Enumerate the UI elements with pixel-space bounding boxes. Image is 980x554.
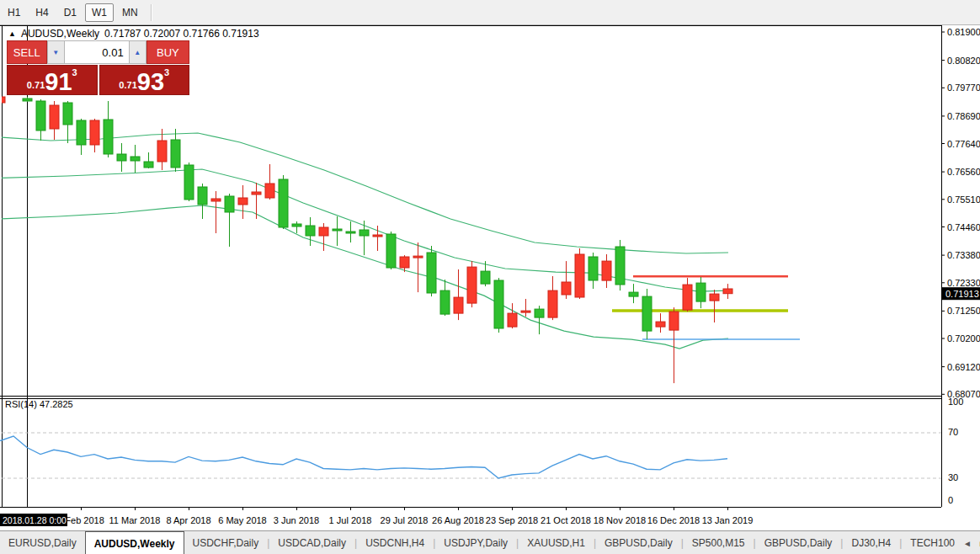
date-axis-label: 13 Jan 2019 [702,515,754,525]
chart-tab-sp500-m15[interactable]: SP500,M15 [684,531,754,554]
price-axis-label: 0.77640 [947,139,980,149]
chart-tab-dj30-h4[interactable]: DJ30,H4 [843,531,899,554]
date-axis-label: 11 Mar 2018 [109,515,161,525]
candle-down [252,183,261,219]
sell-quote-box[interactable]: 0.71 91 3 [7,65,98,95]
sell-button[interactable]: SELL [7,40,47,64]
date-axis-label: 6 May 2018 [218,515,266,525]
current-price-tag: 0.71913 [942,287,980,300]
buy-quote-box[interactable]: 0.71 93 3 [99,65,190,95]
price-axis-label: 0.80820 [947,56,980,66]
candle-down [265,164,274,200]
sell-price-pipette: 3 [72,67,77,77]
candle-down [319,223,328,251]
candle-up [535,306,544,334]
candle-down [0,97,5,103]
candle-up [130,145,140,173]
price-axis-label: 0.72330 [947,278,980,288]
rsi-line [0,436,727,478]
sell-price-prefix: 0.71 [27,80,45,90]
main-price-panel[interactable] [0,97,800,383]
candle-up [642,289,652,339]
candle-up [360,221,369,255]
candle-up [198,184,207,219]
price-axis-label: 0.76560 [947,167,980,177]
chart-title-row: ▲ AUDUSD,Weekly 0.71787 0.72007 0.71766 … [8,28,259,40]
date-axis-label: 26 Aug 2018 [432,515,484,525]
price-axis-label: 0.79770 [947,83,980,93]
candle-up [494,278,503,333]
chart-tab-tech100[interactable]: TECH100 [902,531,963,554]
chart-tab-bar: EURUSD,DailyAUDUSD,WeeklyUSDCHF,Daily|US… [0,530,980,554]
chart-tab-gbpusd-daily[interactable]: GBPUSD,Daily [596,531,681,554]
candle-up [629,284,638,303]
candle-down [90,119,99,152]
candle-up [104,101,113,157]
timeframe-button-h4[interactable]: H4 [29,3,55,22]
candle-down [548,276,557,320]
candle-up [589,253,598,289]
buy-button[interactable]: BUY [146,40,189,64]
candle-up [306,217,315,246]
candle-down [508,303,517,328]
candle-down [238,185,248,219]
chart-tab-usdcnh-h4[interactable]: USDCNH,H4 [357,531,433,554]
date-axis-label: 29 Jul 2018 [381,515,429,525]
toolbar-separator [151,4,152,21]
candle-up [615,240,625,290]
candle-up [440,280,450,316]
chart-symbol-title: AUDUSD,Weekly [21,28,99,40]
timeframe-button-mn[interactable]: MN [115,3,145,22]
chart-tab-xauusd-h1[interactable]: XAUUSD,H1 [519,531,594,554]
price-axis-label: 0.75510 [947,194,980,205]
candle-up [63,101,72,143]
price-axis-label: 0.68070 [947,389,980,399]
buy-price-big: 93 [137,71,164,93]
candle-up [144,152,153,168]
candle-up [386,232,396,269]
chart-tab-usdjpy-daily[interactable]: USDJPY,Daily [435,531,516,554]
rsi-axis-label: 70 [948,427,958,437]
candle-up [171,129,180,172]
chart-tab-usdchf-daily[interactable]: USDCHF,Daily [184,531,268,554]
lot-decrease-icon[interactable]: ▼ [47,40,65,64]
candle-up [23,97,32,102]
candle-down [521,299,530,317]
candle-down [157,129,167,170]
timeframe-toolbar: H1H4D1W1MN [0,0,980,25]
buy-price-pipette: 3 [164,67,169,77]
timeframe-button-h1[interactable]: H1 [1,3,27,22]
chart-tab-eurusd-daily[interactable]: EURUSD,Daily [0,531,85,554]
collapse-marker-icon[interactable]: ▲ [8,29,16,38]
buy-price-prefix: 0.71 [119,80,136,90]
date-axis-label: 3 Jun 2018 [274,515,319,525]
date-axis-label: 21 Oct 2018 [541,515,591,525]
price-axis: 0.819000.808200.797700.786900.776400.765… [941,27,980,399]
chart-tab-usdcad-daily[interactable]: USDCAD,Daily [269,531,354,554]
candle-down [683,278,692,312]
chart-tab-gbpusd-daily[interactable]: GBPUSD,Daily [756,531,841,554]
rsi-axis-label: 0 [948,495,953,505]
candlesticks [0,97,732,383]
lot-increase-icon[interactable]: ▲ [129,40,146,64]
chart-tab-audusd-weekly[interactable]: AUDUSD,Weekly [85,531,184,554]
date-axis-label: 16 Dec 2018 [647,515,700,525]
timeframe-button-d1[interactable]: D1 [57,3,83,22]
candle-down [562,261,571,299]
candle-up [184,162,194,201]
candle-up [696,277,706,308]
candle-up [292,221,301,233]
sell-price-big: 91 [45,71,72,93]
rsi-panel[interactable]: RSI(14) 47.282510070300 [0,397,963,505]
timeframe-button-w1[interactable]: W1 [85,3,114,22]
candle-down [723,284,732,299]
price-axis-label: 0.70200 [947,333,980,344]
price-axis-label: 0.73380 [947,250,980,260]
one-click-trade-panel: SELL ▼ ▲ BUY 0.71 91 3 0.71 93 3 [7,40,189,95]
candle-up [333,216,342,246]
tab-scroll-left-icon[interactable]: ◄ [963,539,972,548]
candle-up [279,175,288,229]
svg-text:0.71913: 0.71913 [945,289,979,299]
lot-size-input[interactable] [65,40,129,64]
candle-down [602,254,611,288]
